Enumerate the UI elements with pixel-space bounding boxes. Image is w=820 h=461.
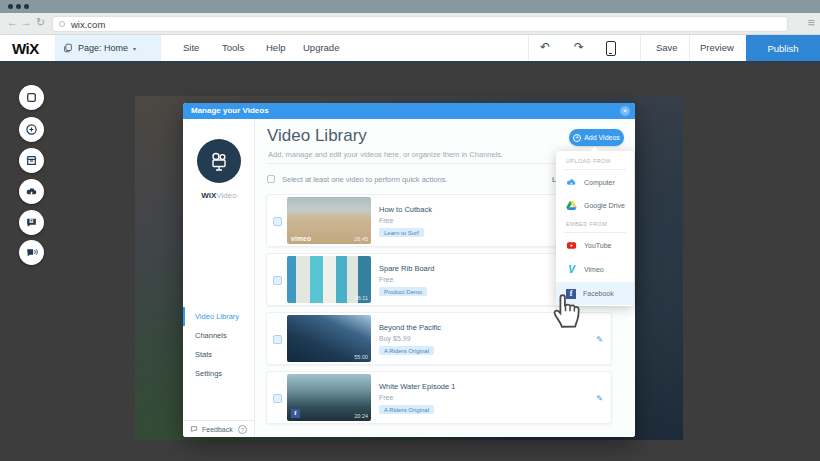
dropdown-item-label: Google Drive <box>584 202 625 209</box>
wix-video-logo <box>197 139 241 183</box>
dropdown-item-label: Computer <box>584 179 615 186</box>
add-videos-dropdown: UPLOAD FROM Computer Google Drive EMBED … <box>556 151 634 306</box>
menu-tools[interactable]: Tools <box>222 42 244 53</box>
edit-video-button[interactable]: ✎ <box>596 335 603 344</box>
video-thumbnail[interactable]: 26:11 <box>287 256 371 303</box>
modal-title: Manage your Videos <box>191 106 269 115</box>
chat-icon <box>25 246 38 259</box>
divider <box>564 232 626 233</box>
video-badge: A Riders Original <box>379 346 434 355</box>
video-checkbox[interactable] <box>273 335 282 344</box>
video-thumbnail[interactable]: f 20:24 <box>287 374 371 421</box>
movie-camera-icon <box>207 149 231 173</box>
nav-settings[interactable]: Settings <box>183 364 255 383</box>
nav-video-library[interactable]: Video Library <box>183 307 255 326</box>
url-bar[interactable]: wix.com <box>52 16 788 32</box>
video-duration: 26:11 <box>355 295 368 301</box>
video-duration: 55:00 <box>354 354 368 360</box>
refresh-icon[interactable]: ↻ <box>36 16 45 29</box>
forward-icon[interactable]: → <box>21 16 32 28</box>
video-price: Free <box>379 217 393 224</box>
quick-actions-label: Select at least one video to perform qui… <box>282 175 448 184</box>
video-checkbox[interactable] <box>273 394 282 403</box>
modal-sidebar-footer: Feedback ? <box>183 420 254 437</box>
dropdown-item-label: Facebook <box>583 290 614 297</box>
google-drive-icon <box>566 200 577 211</box>
mobile-view-icon[interactable] <box>606 41 616 56</box>
brand-name: WiXVideo <box>183 191 255 200</box>
menu-site[interactable]: Site <box>183 42 199 53</box>
save-button[interactable]: Save <box>656 42 678 53</box>
editor-toolbar: WiX Page: Home ▾ Site Tools Help Upgrade… <box>0 35 820 63</box>
feedback-button[interactable]: Feedback <box>202 426 233 433</box>
video-title: How to Cutback <box>379 205 432 214</box>
preview-button[interactable]: Preview <box>700 42 734 53</box>
cloud-upload-icon <box>566 177 577 188</box>
dropdown-item-vimeo[interactable]: V Vimeo <box>556 258 634 281</box>
frame-icon <box>25 91 38 104</box>
page-selector[interactable]: Page: Home ▾ <box>55 35 161 61</box>
background-tool-button[interactable] <box>19 85 44 110</box>
dropdown-item-youtube[interactable]: YouTube <box>556 234 634 257</box>
back-icon[interactable]: ← <box>7 16 18 28</box>
upload-cloud-icon <box>25 185 38 198</box>
window-dot-icon[interactable] <box>8 4 13 9</box>
browser-menu-icon[interactable]: ≡ <box>807 15 815 30</box>
redo-icon[interactable]: ↷ <box>574 40 584 54</box>
help-icon[interactable]: ? <box>238 425 247 434</box>
wix-logo: WiX <box>12 40 39 57</box>
page-title: Video Library <box>267 126 367 146</box>
upload-from-header: UPLOAD FROM <box>566 158 611 164</box>
screen: ← → ↻ wix.com ≡ WiX Page: Home ▾ Site To… <box>0 0 820 461</box>
add-element-button[interactable] <box>19 117 44 142</box>
video-thumbnail[interactable]: vimeo 26:45 <box>287 197 371 244</box>
nav-stats[interactable]: Stats <box>183 345 255 364</box>
vimeo-watermark: vimeo <box>291 235 311 242</box>
video-checkbox[interactable] <box>273 276 282 285</box>
browser-toolbar: ← → ↻ wix.com ≡ <box>0 13 820 35</box>
menu-upgrade[interactable]: Upgrade <box>303 42 339 53</box>
page-selector-label: Page: Home <box>78 43 128 53</box>
window-dot-icon[interactable] <box>16 4 21 9</box>
select-all-checkbox[interactable] <box>267 175 275 183</box>
video-badge: Product Demo <box>379 287 427 296</box>
video-price: Free <box>379 394 393 401</box>
menu-help[interactable]: Help <box>266 42 286 53</box>
plus-icon <box>25 123 38 136</box>
chat-button[interactable] <box>19 240 44 265</box>
dropdown-item-computer[interactable]: Computer <box>556 171 634 194</box>
media-upload-button[interactable] <box>19 179 44 204</box>
video-checkbox[interactable] <box>273 217 282 226</box>
dropdown-item-label: Vimeo <box>584 266 604 273</box>
site-icon <box>59 21 65 27</box>
modal-titlebar: Manage your Videos ✕ <box>183 103 635 119</box>
add-videos-button[interactable]: + Add Videos <box>569 129 624 146</box>
video-row[interactable]: f 20:24 White Water Episode 1 Free A Rid… <box>266 371 612 424</box>
video-title: Beyond the Pacific <box>379 323 441 332</box>
undo-icon[interactable]: ↶ <box>540 40 550 54</box>
app-market-button[interactable] <box>19 148 44 173</box>
pointer-cursor <box>549 287 585 329</box>
vimeo-icon: V <box>566 264 577 275</box>
embed-from-header: EMBED FROM <box>566 221 607 227</box>
video-title: Spare Rib Board <box>379 264 434 273</box>
edit-video-button[interactable]: ✎ <box>596 394 603 403</box>
chevron-down-icon: ▾ <box>133 45 136 52</box>
window-dot-icon[interactable] <box>24 4 29 9</box>
close-icon[interactable]: ✕ <box>620 106 630 116</box>
youtube-icon <box>566 240 577 251</box>
blog-button[interactable]: B <box>19 210 44 235</box>
toolbar-separator <box>689 35 690 61</box>
plus-icon: + <box>573 134 581 142</box>
pages-icon <box>63 43 73 53</box>
facebook-watermark-icon: f <box>291 409 300 418</box>
publish-button[interactable]: Publish <box>746 35 820 61</box>
toolbar-separator <box>640 35 641 61</box>
dropdown-item-google-drive[interactable]: Google Drive <box>556 194 634 217</box>
url-text: wix.com <box>71 19 105 30</box>
blog-b-glyph: B <box>29 218 33 224</box>
modal-sidebar: WiXVideo Video Library Channels Stats Se… <box>183 119 255 437</box>
market-icon <box>25 154 38 167</box>
video-thumbnail[interactable]: 55:00 <box>287 315 371 362</box>
nav-channels[interactable]: Channels <box>183 326 255 345</box>
